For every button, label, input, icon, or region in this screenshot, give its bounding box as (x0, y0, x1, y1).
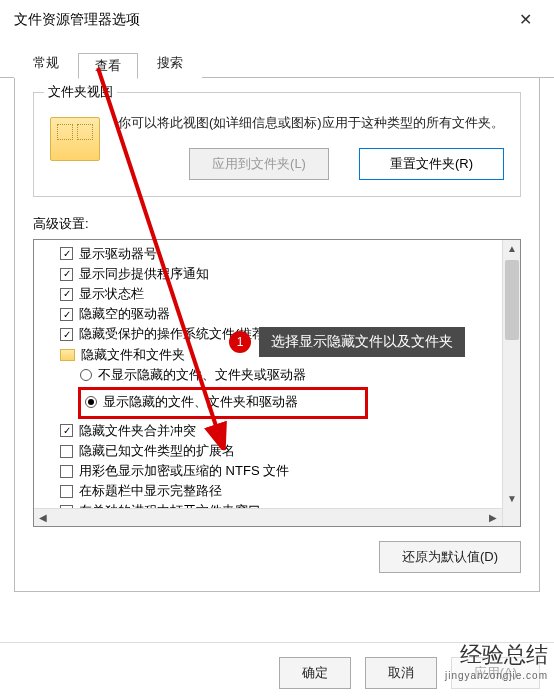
scrollbar-vertical[interactable]: ▲ ▼ (502, 240, 520, 526)
callout-text: 选择显示隐藏文件以及文件夹 (259, 327, 465, 357)
tab-strip: 常规 查看 搜索 (14, 47, 554, 78)
advanced-settings-tree[interactable]: 显示驱动器号 显示同步提供程序通知 显示状态栏 隐藏空的驱动器 隐藏受保护的操作… (33, 239, 521, 527)
watermark-sub: jingyanzongjie.com (445, 670, 548, 681)
ok-button[interactable]: 确定 (279, 657, 351, 689)
folder-view-legend: 文件夹视图 (44, 83, 117, 101)
radio-dont-show-hidden[interactable]: 不显示隐藏的文件、文件夹或驱动器 (40, 365, 520, 385)
radio-show-hidden[interactable]: 显示隐藏的文件、文件夹和驱动器 (85, 392, 361, 412)
checkbox-icon (60, 485, 73, 498)
checkbox-icon (60, 465, 73, 478)
folder-view-desc: 你可以将此视图(如详细信息或图标)应用于这种类型的所有文件夹。 (118, 113, 504, 134)
highlight-box: 显示隐藏的文件、文件夹和驱动器 (78, 387, 368, 419)
callout-number: 1 (229, 331, 251, 353)
checkbox-hide-merge-conflict[interactable]: 隐藏文件夹合并冲突 (40, 421, 520, 441)
folder-view-group: 文件夹视图 你可以将此视图(如详细信息或图标)应用于这种类型的所有文件夹。 应用… (33, 92, 521, 197)
radio-icon (85, 396, 97, 408)
checkbox-icon (60, 288, 73, 301)
folder-icon (60, 526, 75, 527)
cancel-button[interactable]: 取消 (365, 657, 437, 689)
scroll-thumb[interactable] (505, 260, 519, 340)
close-icon[interactable]: ✕ (511, 8, 540, 31)
scroll-down-icon[interactable]: ▼ (503, 490, 521, 508)
checkbox-sync-provider[interactable]: 显示同步提供程序通知 (40, 264, 520, 284)
checkbox-icon (60, 268, 73, 281)
apply-to-folders-button: 应用到文件夹(L) (189, 148, 329, 180)
checkbox-status-bar[interactable]: 显示状态栏 (40, 284, 520, 304)
scroll-right-icon[interactable]: ▶ (484, 509, 502, 527)
folder-icon (50, 117, 100, 161)
window-title: 文件资源管理器选项 (14, 11, 140, 29)
advanced-settings-label: 高级设置: (33, 215, 521, 233)
checkbox-icon (60, 445, 73, 458)
scroll-left-icon[interactable]: ◀ (34, 509, 52, 527)
tab-view[interactable]: 查看 (78, 53, 138, 79)
checkbox-icon (60, 247, 73, 260)
scrollbar-horizontal[interactable]: ◀ ▶ (34, 508, 502, 526)
watermark-main: 经验总结 (445, 640, 548, 670)
checkbox-icon (60, 328, 73, 341)
checkbox-show-drive-letters[interactable]: 显示驱动器号 (40, 244, 520, 264)
watermark: 经验总结 jingyanzongjie.com (445, 640, 548, 681)
checkbox-full-path-title[interactable]: 在标题栏中显示完整路径 (40, 481, 520, 501)
checkbox-hide-empty-drives[interactable]: 隐藏空的驱动器 (40, 304, 520, 324)
checkbox-icon (60, 424, 73, 437)
scroll-up-icon[interactable]: ▲ (503, 240, 521, 258)
tab-search[interactable]: 搜索 (138, 47, 202, 78)
checkbox-color-encrypted[interactable]: 用彩色显示加密或压缩的 NTFS 文件 (40, 461, 520, 481)
tab-general[interactable]: 常规 (14, 47, 78, 78)
restore-defaults-button[interactable]: 还原为默认值(D) (379, 541, 521, 573)
checkbox-icon (60, 308, 73, 321)
radio-icon (80, 369, 92, 381)
title-bar: 文件资源管理器选项 ✕ (0, 0, 554, 35)
checkbox-hide-extensions[interactable]: 隐藏已知文件类型的扩展名 (40, 441, 520, 461)
folder-icon (60, 349, 75, 361)
reset-folders-button[interactable]: 重置文件夹(R) (359, 148, 504, 180)
callout: 1 选择显示隐藏文件以及文件夹 (229, 327, 465, 357)
